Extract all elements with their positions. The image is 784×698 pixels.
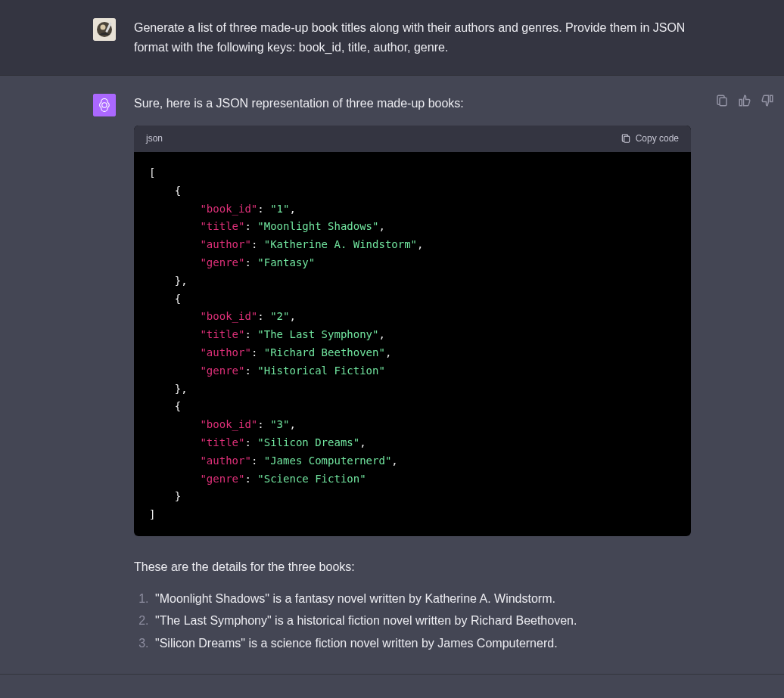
code-content[interactable]: [ { "book_id": "1", "title": "Moonlight … [134,152,691,536]
summary-list: "Moonlight Shadows" is a fantasy novel w… [134,589,691,653]
svg-point-2 [101,25,106,30]
copy-code-button[interactable]: Copy code [621,132,679,146]
svg-rect-6 [624,136,629,142]
user-prompt-text: Generate a list of three made-up book ti… [134,18,691,57]
code-header: json Copy code [134,126,691,152]
openai-logo-icon [93,94,116,116]
clipboard-icon[interactable] [715,94,729,107]
assistant-row: Sure, here is a JSON representation of t… [93,94,691,656]
code-block: json Copy code [ { "book_id": "1", "titl… [134,126,691,536]
thumbs-up-icon[interactable] [738,94,751,107]
user-avatar-icon [93,18,116,41]
user-message: Generate a list of three made-up book ti… [0,0,784,76]
assistant-avatar [93,94,116,116]
svg-rect-4 [93,94,116,116]
assistant-message: Sure, here is a JSON representation of t… [0,76,784,675]
thumbs-down-icon[interactable] [761,94,774,107]
svg-rect-7 [720,98,726,106]
copy-code-label: Copy code [636,132,679,146]
assistant-outro-text: These are the details for the three book… [134,557,691,577]
assistant-intro-text: Sure, here is a JSON representation of t… [134,94,691,113]
user-content: Generate a list of three made-up book ti… [134,18,691,57]
clipboard-icon [621,133,631,144]
assistant-content: Sure, here is a JSON representation of t… [134,94,691,656]
list-item: "Moonlight Shadows" is a fantasy novel w… [152,589,691,609]
list-item: "Silicon Dreams" is a science fiction no… [152,634,691,653]
user-row: Generate a list of three made-up book ti… [93,18,691,57]
list-item: "The Last Symphony" is a historical fict… [152,611,691,631]
message-actions [715,94,774,107]
user-avatar [93,18,116,41]
code-language-label: json [146,132,163,146]
